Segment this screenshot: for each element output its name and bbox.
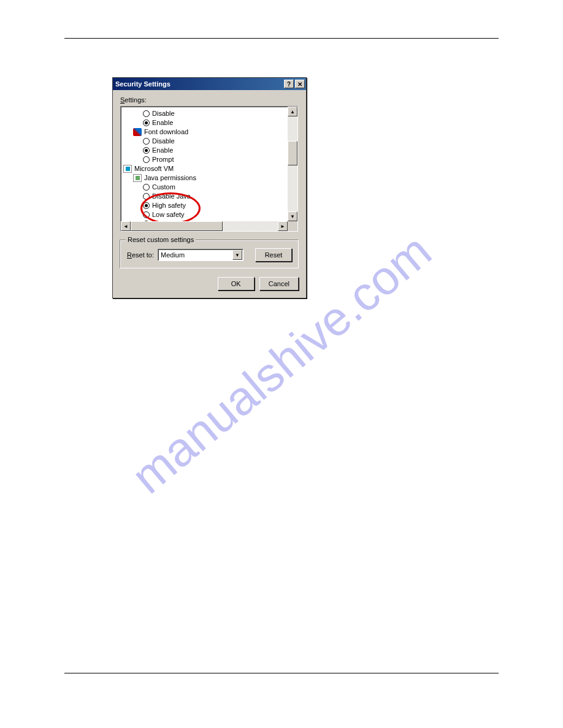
scroll-left-button[interactable]: ◄ <box>121 221 131 231</box>
page-top-rule <box>64 38 499 39</box>
security-settings-dialog: Security Settings ? ✕ Settings: Disable … <box>112 77 307 298</box>
vertical-scrollbar[interactable]: ▲ ▼ <box>288 107 297 221</box>
reset-to-value: Medium <box>161 251 185 259</box>
radio-enable-1[interactable]: Enable <box>123 118 289 127</box>
settings-label: Settings: <box>120 96 299 104</box>
reset-to-combo[interactable]: Medium ▼ <box>158 249 243 261</box>
scroll-corner <box>288 221 297 231</box>
node-font-download: Font download <box>123 127 289 137</box>
microsoft-vm-icon <box>123 165 132 173</box>
reset-fieldset: Reset custom settings Reset to: Medium ▼… <box>120 240 299 268</box>
dialog-title: Security Settings <box>115 80 283 88</box>
settings-tree: Disable Enable Font download Disable Ena… <box>120 106 298 232</box>
page-bottom-rule <box>64 673 499 673</box>
radio-low-safety[interactable]: Low safety <box>123 210 289 219</box>
node-microsoft-vm: Microsoft VM <box>123 164 289 173</box>
reset-row: Reset to: Medium ▼ Reset <box>127 248 292 262</box>
combo-dropdown-icon[interactable]: ▼ <box>232 250 242 260</box>
scroll-down-button[interactable]: ▼ <box>288 211 297 221</box>
dialog-body: Settings: Disable Enable Font download D… <box>113 90 306 298</box>
radio-disable-java[interactable]: Disable Java <box>123 192 289 201</box>
reset-legend: Reset custom settings <box>126 236 196 243</box>
reset-button[interactable]: Reset <box>255 248 292 262</box>
cancel-button[interactable]: Cancel <box>259 277 299 290</box>
radio-prompt[interactable]: Prompt <box>123 155 289 164</box>
horizontal-scrollbar[interactable]: ◄ ► <box>121 221 288 231</box>
radio-disable-1[interactable]: Disable <box>123 109 289 118</box>
tree-content: Disable Enable Font download Disable Ena… <box>123 109 289 232</box>
radio-high-safety[interactable]: High safety <box>123 201 289 210</box>
radio-disable-2[interactable]: Disable <box>123 137 289 146</box>
close-button[interactable]: ✕ <box>295 80 305 88</box>
scroll-up-button[interactable]: ▲ <box>288 107 297 116</box>
dialog-titlebar: Security Settings ? ✕ <box>113 78 306 90</box>
font-download-icon <box>133 128 142 136</box>
scroll-thumb-v[interactable] <box>288 141 297 165</box>
node-java-permissions: Java permissions <box>123 173 289 183</box>
ok-button[interactable]: OK <box>218 277 255 290</box>
reset-to-label: Reset to: <box>127 251 154 259</box>
help-button[interactable]: ? <box>284 80 294 88</box>
radio-custom[interactable]: Custom <box>123 183 289 192</box>
dialog-button-row: OK Cancel <box>120 277 299 290</box>
radio-enable-2[interactable]: Enable <box>123 146 289 155</box>
scroll-thumb-h[interactable] <box>131 221 223 231</box>
java-permissions-icon <box>133 174 142 182</box>
scroll-right-button[interactable]: ► <box>278 221 288 231</box>
